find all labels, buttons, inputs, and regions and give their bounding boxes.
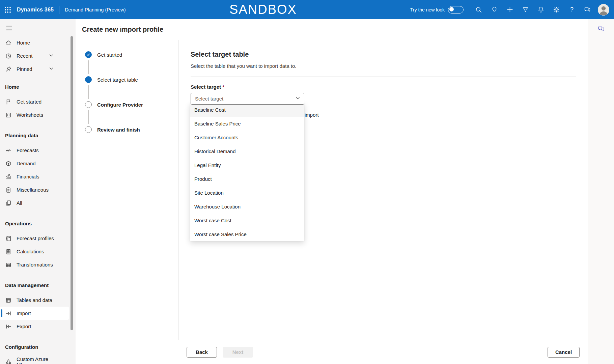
chevron-down-icon: [49, 66, 54, 72]
sidebar-item-label: Home: [17, 40, 30, 46]
step-current-icon: [85, 76, 92, 83]
form-heading: Select target table: [191, 51, 588, 58]
wizard-step-review-and-finish[interactable]: Review and finish: [76, 126, 178, 133]
step-label: Get started: [97, 52, 122, 58]
lightbulb-icon[interactable]: [486, 2, 502, 18]
import-icon: [5, 310, 12, 317]
add-icon[interactable]: [502, 2, 518, 18]
sidebar-item-label: Forecasts: [17, 147, 39, 153]
option-worst-case-cost[interactable]: Worst case Cost: [190, 214, 304, 227]
sidebar-section-home: Home: [0, 80, 76, 93]
step-label: Configure Provider: [97, 102, 143, 108]
sidebar-item-label: Financials: [17, 174, 39, 179]
sidebar-item-label: Import: [17, 310, 31, 316]
help-icon[interactable]: ?: [564, 2, 580, 18]
sidebar-item-import[interactable]: Import: [0, 307, 69, 320]
main-content: Create new import profile Get started Se…: [76, 19, 588, 364]
search-icon[interactable]: [471, 2, 486, 18]
account-avatar[interactable]: [598, 4, 609, 16]
sidebar-item-all[interactable]: All: [0, 196, 69, 209]
notifications-icon[interactable]: [533, 2, 549, 18]
sidebar-scrollbar[interactable]: [71, 36, 73, 330]
waffle-menu-icon[interactable]: [0, 0, 16, 19]
sidebar-item-recent[interactable]: Recent: [0, 49, 69, 62]
wizard-form-panel: Select target table Select the table tha…: [179, 40, 588, 340]
step-upcoming-icon: [85, 101, 92, 108]
option-product[interactable]: Product: [190, 172, 304, 186]
option-warehouse-location[interactable]: Warehouse Location: [190, 200, 304, 214]
site-map-sidebar: Home Recent Pinned Home Get sta: [0, 19, 76, 364]
home-icon: [5, 39, 12, 46]
wizard-step-get-started[interactable]: Get started: [76, 51, 178, 58]
step-connector: [88, 110, 89, 124]
sidebar-item-financials[interactable]: Financials: [0, 170, 69, 183]
option-worst-case-sales-price[interactable]: Worst case Sales Price: [190, 227, 304, 241]
app-name[interactable]: Demand Planning (Preview): [65, 7, 126, 12]
clock-icon: [5, 53, 12, 59]
sidebar-item-export[interactable]: Export: [0, 320, 69, 333]
page-title: Create new import profile: [82, 26, 163, 33]
dropdown-placeholder: Select target: [195, 96, 295, 102]
right-rail: [588, 19, 614, 364]
occluded-text-fragment: import: [305, 112, 319, 118]
sidebar-item-label: Forecast profiles: [17, 235, 54, 241]
sidebar-item-miscellaneous[interactable]: Miscellaneous: [0, 183, 69, 196]
chart-up-icon: [5, 173, 12, 180]
top-app-bar: Dynamics 365 Demand Planning (Preview) S…: [0, 0, 614, 19]
filter-icon[interactable]: [518, 2, 533, 18]
sidebar-item-home[interactable]: Home: [0, 36, 69, 49]
worksheet-icon: [5, 112, 12, 118]
brand-logo[interactable]: Dynamics 365: [17, 7, 54, 13]
next-button[interactable]: Next: [223, 347, 253, 358]
select-target-dropdown[interactable]: Select target: [191, 93, 304, 105]
option-historical-demand[interactable]: Historical Demand: [190, 144, 304, 158]
wizard-step-configure-provider[interactable]: Configure Provider: [76, 101, 178, 108]
clipboard-icon: [5, 187, 12, 193]
sidebar-section-configuration: Configuration: [0, 340, 76, 353]
field-label-text: Select target: [191, 84, 221, 90]
new-look-toggle[interactable]: [448, 6, 464, 13]
sidebar-item-label: Miscellaneous: [17, 187, 49, 193]
grid-icon: [5, 261, 12, 268]
sidebar-section-operations: Operations: [0, 217, 76, 230]
chevron-down-icon: [49, 53, 54, 59]
feedback-icon[interactable]: [580, 2, 595, 18]
target-table-listbox: Baseline Cost Baseline Sales Price Custo…: [190, 103, 304, 241]
sidebar-item-forecasts[interactable]: Forecasts: [0, 144, 69, 157]
copilot-feedback-icon[interactable]: [595, 23, 607, 35]
wizard-footer: Back Next Cancel: [179, 340, 588, 364]
option-baseline-cost[interactable]: Baseline Cost: [190, 103, 304, 117]
environment-watermark: SANDBOX: [223, 0, 304, 19]
sidebar-section-planning-data: Planning data: [0, 129, 76, 142]
sidebar-item-transformations[interactable]: Transformations: [0, 258, 69, 271]
back-button[interactable]: Back: [187, 347, 217, 358]
settings-icon[interactable]: [549, 2, 564, 18]
step-connector: [88, 60, 89, 74]
option-legal-entity[interactable]: Legal Entity: [190, 158, 304, 172]
sidebar-item-worksheets[interactable]: Worksheets: [0, 108, 69, 121]
sidebar-item-label: Transformations: [17, 262, 53, 268]
hamburger-menu-icon[interactable]: [4, 23, 14, 33]
wizard-step-select-target-table[interactable]: Select target table: [76, 76, 178, 83]
sidebar-item-label: Worksheets: [17, 112, 43, 118]
cube-icon: [5, 160, 12, 167]
page-header: Create new import profile: [76, 19, 588, 40]
pin-icon: [5, 66, 12, 73]
option-baseline-sales-price[interactable]: Baseline Sales Price: [190, 117, 304, 131]
sidebar-item-demand[interactable]: Demand: [0, 157, 69, 170]
form-divider: [191, 76, 576, 77]
flag-icon: [5, 99, 12, 105]
option-site-location[interactable]: Site Location: [190, 186, 304, 200]
sidebar-item-tables-and-data[interactable]: Tables and data: [0, 293, 69, 307]
option-customer-accounts[interactable]: Customer Accounts: [190, 131, 304, 144]
cancel-button[interactable]: Cancel: [548, 347, 580, 358]
copies-icon: [5, 200, 12, 206]
sidebar-item-get-started[interactable]: Get started: [0, 95, 69, 108]
sidebar-item-calculations[interactable]: Calculations: [0, 245, 69, 258]
step-completed-icon: [85, 51, 92, 58]
sidebar-item-pinned[interactable]: Pinned: [0, 62, 69, 76]
sidebar-item-forecast-profiles[interactable]: Forecast profiles: [0, 232, 69, 245]
sidebar-item-custom-azure-ml[interactable]: Custom Azure ML: [0, 355, 69, 364]
sidebar-section-data-management: Data management: [0, 279, 76, 291]
required-marker: *: [222, 84, 224, 90]
